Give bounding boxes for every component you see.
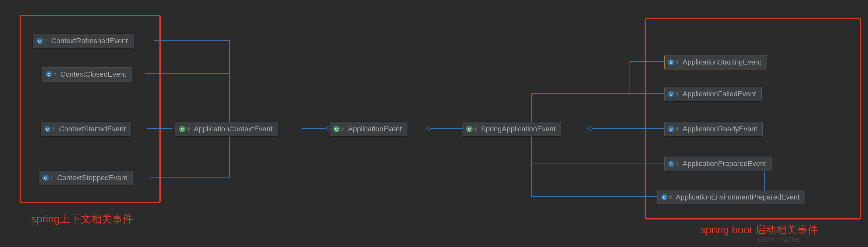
- node-application-context-event[interactable]: C⇡ ApplicationContextEvent: [176, 122, 278, 136]
- class-icon: C⇡: [661, 194, 673, 201]
- node-application-ready[interactable]: C⇡ ApplicationReadyEvent: [664, 122, 763, 136]
- node-context-refreshed[interactable]: C⇡ ContextRefreshedEvent: [33, 34, 133, 48]
- diagram-canvas: spring上下文相关事件 spring boot 启动相关事件: [0, 0, 868, 247]
- node-label: ContextStartedEvent: [59, 125, 126, 133]
- group-left-label: spring上下文相关事件: [31, 212, 133, 226]
- node-label: ApplicationContextEvent: [194, 125, 273, 133]
- class-icon: C⇡: [42, 175, 54, 181]
- class-icon: C⇡: [36, 38, 48, 44]
- abstract-class-icon: C⇡: [466, 126, 477, 132]
- abstract-class-icon: C⇡: [179, 126, 191, 132]
- node-label: ApplicationStartingEvent: [683, 58, 762, 67]
- node-label: ContextRefreshedEvent: [51, 37, 128, 45]
- node-context-stopped[interactable]: C⇡ ContextStoppedEvent: [39, 171, 133, 185]
- node-spring-application-event[interactable]: C⇡ SpringApplicationEvent: [463, 122, 561, 136]
- class-icon: C⇡: [668, 91, 679, 97]
- node-label: SpringApplicationEvent: [481, 125, 555, 133]
- node-application-event[interactable]: C⇡ ApplicationEvent: [330, 122, 407, 136]
- abstract-class-icon: C⇡: [333, 126, 345, 132]
- node-label: ApplicationEvent: [348, 125, 402, 133]
- group-right-box: [645, 18, 861, 219]
- node-label: ContextStoppedEvent: [57, 174, 127, 182]
- node-label: ApplicationFailedEvent: [683, 90, 756, 98]
- node-label: ContextClosedEvent: [60, 70, 126, 79]
- node-application-env-prepared[interactable]: C⇡ ApplicationEnvironmentPreparedEvent: [657, 190, 805, 204]
- class-icon: C⇡: [44, 126, 56, 132]
- node-context-closed[interactable]: C⇡ ContextClosedEvent: [42, 67, 132, 81]
- node-label: ApplicationReadyEvent: [683, 125, 757, 133]
- class-icon: C⇡: [668, 59, 679, 66]
- watermark: CSDN @流月up: [758, 236, 800, 244]
- node-label: ApplicationPreparedEvent: [683, 160, 766, 168]
- group-right-label: spring boot 启动相关事件: [701, 223, 818, 237]
- node-label: ApplicationEnvironmentPreparedEvent: [676, 193, 800, 202]
- node-application-failed[interactable]: C⇡ ApplicationFailedEvent: [664, 87, 762, 101]
- class-icon: C⇡: [668, 161, 679, 167]
- class-icon: C⇡: [45, 71, 57, 78]
- node-context-started[interactable]: C⇡ ContextStartedEvent: [41, 122, 131, 136]
- node-application-starting[interactable]: C⇡ ApplicationStartingEvent: [664, 55, 767, 69]
- node-application-prepared[interactable]: C⇡ ApplicationPreparedEvent: [664, 156, 772, 171]
- class-icon: C⇡: [668, 126, 679, 132]
